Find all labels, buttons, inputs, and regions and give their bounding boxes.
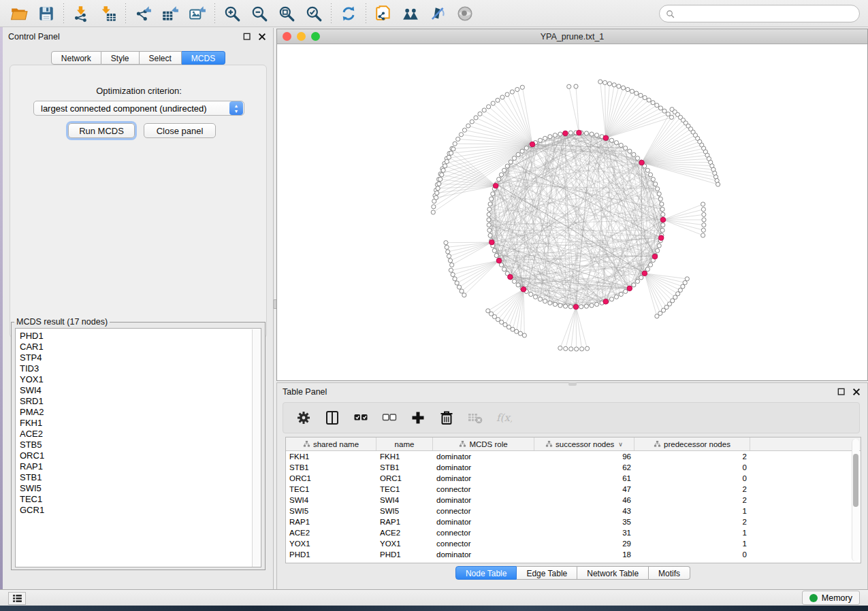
tab-select[interactable]: Select	[140, 51, 182, 65]
table-row[interactable]: ORC1ORC1dominator610	[286, 473, 861, 484]
mcds-result-item[interactable]: RAP1	[20, 461, 261, 472]
save-session-button[interactable]	[33, 2, 60, 25]
import-table-button[interactable]	[95, 2, 122, 25]
table-cell: dominator	[433, 496, 534, 504]
export-network-icon	[134, 5, 152, 22]
refresh-layout-button[interactable]	[335, 2, 362, 25]
table-row[interactable]: RAP1RAP1dominator352	[286, 516, 861, 527]
float-window-icon[interactable]	[242, 31, 253, 42]
show-eye-button[interactable]	[451, 2, 479, 25]
mcds-result-item[interactable]: ACE2	[20, 429, 261, 440]
tab-mcds[interactable]: MCDS	[182, 51, 225, 65]
table-cell: 1	[634, 540, 750, 548]
hide-details-button[interactable]	[424, 2, 451, 25]
network-window-titlebar[interactable]: YPA_prune.txt_1	[277, 29, 867, 44]
check-on-button[interactable]	[351, 408, 370, 427]
run-mcds-button[interactable]: Run MCDS	[68, 123, 135, 138]
gear-button[interactable]	[294, 408, 313, 427]
column-header-predecessor-nodes[interactable]: predecessor nodes	[634, 437, 750, 450]
tab-motifs[interactable]: Motifs	[649, 566, 690, 580]
plus-button[interactable]	[408, 408, 428, 427]
table-cell: SWI5	[376, 507, 433, 515]
zoom-fit-button[interactable]	[273, 2, 300, 25]
mcds-result-item[interactable]: STB1	[20, 472, 261, 483]
zoom-selected-button[interactable]	[300, 2, 327, 25]
open-file-button[interactable]	[5, 2, 33, 25]
search-network-button[interactable]	[397, 2, 424, 25]
table-row[interactable]: TEC1TEC1connector472	[286, 484, 861, 495]
import-network-button[interactable]	[67, 2, 95, 25]
network-canvas[interactable]	[277, 44, 867, 380]
tab-network[interactable]: Network	[51, 51, 101, 65]
export-image-button[interactable]	[184, 2, 211, 25]
mcds-list-scrollbar[interactable]	[252, 329, 260, 567]
close-panel-icon[interactable]	[257, 31, 268, 42]
clipboard-network-button[interactable]	[370, 2, 397, 25]
table-cell: RAP1	[376, 518, 433, 526]
column-header-successor-nodes[interactable]: successor nodes∨	[534, 437, 634, 450]
column-header-name[interactable]: name	[376, 437, 433, 450]
mcds-result-item[interactable]: ORC1	[20, 450, 261, 461]
mcds-result-item[interactable]: YOX1	[20, 374, 261, 385]
table-scrollbar-thumb[interactable]	[853, 454, 858, 507]
tab-style[interactable]: Style	[101, 51, 140, 65]
close-table-panel-icon[interactable]	[851, 386, 862, 397]
mcds-result-item[interactable]: PMA2	[20, 407, 261, 418]
network-view-window: YPA_prune.txt_1	[276, 29, 868, 381]
table-cell: 0	[634, 463, 750, 472]
mcds-result-item[interactable]: SRD1	[20, 396, 261, 407]
zoom-in-button[interactable]	[219, 2, 246, 25]
mcds-result-item[interactable]: TID3	[20, 363, 261, 374]
float-table-panel-icon[interactable]	[836, 386, 847, 397]
table-cell: 43	[534, 507, 634, 515]
table-row[interactable]: FKH1FKH1dominator962	[286, 451, 861, 462]
table-row[interactable]: PHD1PHD1dominator180	[286, 549, 861, 560]
tab-network-table[interactable]: Network Table	[577, 566, 649, 580]
table-cell: dominator	[433, 474, 534, 482]
search-input[interactable]	[675, 9, 854, 18]
mcds-result-item[interactable]: PHD1	[20, 331, 261, 342]
trash-button[interactable]	[437, 408, 456, 427]
show-panels-button[interactable]	[8, 592, 26, 605]
table-panel-tabs: Node TableEdge TableNetwork TableMotifs	[277, 566, 868, 580]
minimize-window-traffic-light[interactable]	[297, 32, 306, 41]
zoom-out-button[interactable]	[246, 2, 273, 25]
mcds-result-list[interactable]: PHD1CAR1STP4TID3YOX1SWI4SRD1PMA2FKH1ACE2…	[15, 328, 261, 567]
tab-edge-table[interactable]: Edge Table	[517, 566, 577, 580]
close-panel-button[interactable]: Close panel	[144, 123, 216, 138]
table-row[interactable]: SWI4SWI4dominator462	[286, 495, 861, 506]
mcds-result-item[interactable]: STP4	[20, 352, 261, 363]
criterion-dropdown[interactable]: largest connected component (undirected)…	[33, 101, 244, 116]
table-toolbar	[283, 402, 860, 433]
table-cell: 2	[634, 496, 750, 504]
memory-button[interactable]: Memory	[802, 591, 860, 605]
mcds-result-item[interactable]: CAR1	[20, 342, 261, 352]
table-scrollbar[interactable]	[852, 439, 859, 561]
mcds-result-item[interactable]: STB5	[20, 440, 261, 450]
check-off-button[interactable]	[380, 408, 399, 427]
columns-button[interactable]	[323, 408, 342, 427]
table-cell: ACE2	[286, 529, 376, 537]
column-header-shared-name[interactable]: shared name	[286, 437, 376, 450]
table-cell: PHD1	[286, 550, 376, 559]
table-cell: connector	[433, 507, 534, 515]
mcds-result-item[interactable]: FKH1	[20, 418, 261, 429]
column-header-MCDS-role[interactable]: MCDS role	[433, 437, 534, 450]
sort-chevron-icon: ∨	[618, 441, 623, 448]
table-row[interactable]: STB1STB1dominator620	[286, 462, 861, 473]
table-row[interactable]: SWI5SWI5connector431	[286, 506, 861, 516]
table-row[interactable]: ACE2ACE2connector311	[286, 527, 861, 538]
horizontal-splitter-grip[interactable]	[568, 382, 577, 386]
mcds-result-item[interactable]: GCR1	[20, 505, 261, 516]
search-box[interactable]	[659, 5, 860, 22]
mcds-result-item[interactable]: SWI4	[20, 385, 261, 396]
table-cell: FKH1	[286, 452, 376, 461]
mcds-result-item[interactable]: SWI5	[20, 483, 261, 494]
table-row[interactable]: YOX1YOX1connector291	[286, 538, 861, 549]
close-window-traffic-light[interactable]	[283, 32, 291, 41]
mcds-result-item[interactable]: TEC1	[20, 494, 261, 505]
tab-node-table[interactable]: Node Table	[455, 566, 517, 580]
export-table-button[interactable]	[157, 2, 184, 25]
zoom-window-traffic-light[interactable]	[311, 32, 320, 41]
export-network-button[interactable]	[129, 2, 157, 25]
